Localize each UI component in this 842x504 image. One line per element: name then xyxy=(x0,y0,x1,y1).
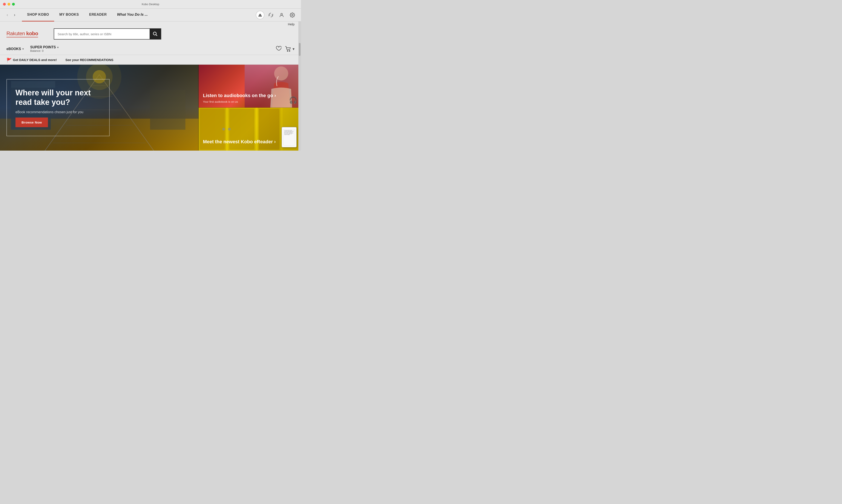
daily-deals-link[interactable]: 🚩 Get DAILY DEALS and more! xyxy=(6,58,57,62)
ereader-banner[interactable]: Lorem ipsum dolor sit amet consectetur a… xyxy=(199,108,301,150)
svg-point-3 xyxy=(292,14,293,16)
svg-point-28 xyxy=(222,128,225,131)
svg-line-5 xyxy=(156,35,157,36)
back-button[interactable]: ‹ xyxy=(4,12,10,18)
ereader-title: Meet the newest Kobo eReader › xyxy=(203,139,276,145)
svg-rect-22 xyxy=(150,90,185,130)
help-link[interactable]: Help xyxy=(288,22,295,26)
rakuten-kobo-logo[interactable]: Rakuten kobo xyxy=(6,31,50,37)
audiobooks-banner[interactable]: Listen to audiobooks on the go › Your fi… xyxy=(199,65,301,108)
cart-icon xyxy=(285,46,292,52)
tab-shop-kobo[interactable]: SHOP KOBO xyxy=(22,8,54,21)
svg-point-6 xyxy=(287,51,288,51)
account-icon xyxy=(279,13,284,18)
scrollbar-thumb[interactable] xyxy=(299,43,300,56)
titlebar: Kobo Desktop xyxy=(0,0,301,8)
headphone-icon: 🎧 xyxy=(289,96,298,104)
logo-underline xyxy=(6,37,38,37)
hero-banner[interactable]: Where will your next read take you? eBoo… xyxy=(0,65,199,150)
eject-icon xyxy=(258,13,262,17)
maximize-window-button[interactable] xyxy=(12,3,15,5)
cart-chevron-icon: ▾ xyxy=(293,47,295,51)
tab-ereader[interactable]: EREADER xyxy=(84,8,112,21)
balance-label: Balance: xyxy=(30,49,41,52)
forward-button[interactable]: › xyxy=(12,12,18,18)
ereader-content: Meet the newest Kobo eReader › xyxy=(203,139,276,146)
svg-point-4 xyxy=(153,32,156,35)
nav-right-icons xyxy=(256,11,297,19)
super-points-chevron-icon: ▾ xyxy=(57,46,59,49)
close-window-button[interactable] xyxy=(3,3,6,5)
tab-reading-title[interactable]: What You Do Is ... xyxy=(112,8,153,21)
ebooks-dropdown[interactable]: eBOOKS ▾ xyxy=(6,47,24,51)
window-controls xyxy=(3,3,15,5)
banner-area: Where will your next read take you? eBoo… xyxy=(0,65,301,150)
svg-marker-0 xyxy=(258,14,262,16)
promo-bar: 🚩 Get DAILY DEALS and more! See your REC… xyxy=(0,55,301,65)
secondary-nav-right: ▾ xyxy=(275,45,295,53)
scrollbar-track xyxy=(298,21,301,150)
hero-content: Where will your next read take you? eBoo… xyxy=(6,79,110,136)
browse-now-button[interactable]: Browse Now xyxy=(16,118,48,127)
wishlist-button[interactable] xyxy=(275,45,281,53)
ereader-device: Lorem ipsum dolor sit amet consectetur a… xyxy=(282,127,297,147)
svg-rect-1 xyxy=(258,16,262,17)
balance-value: 0 xyxy=(42,49,43,52)
minimize-window-button[interactable] xyxy=(7,3,10,5)
svg-point-7 xyxy=(289,51,290,51)
secondary-nav-left: eBOOKS ▾ SUPER POINTS ▾ Balance: 0 xyxy=(6,45,275,52)
account-button[interactable] xyxy=(277,11,286,19)
hero-subtitle: eBook recommendations chosen just for yo… xyxy=(16,110,101,114)
window-title: Kobo Desktop xyxy=(142,3,159,6)
audiobooks-content: Listen to audiobooks on the go › Your fi… xyxy=(203,93,276,103)
nav-tabs: SHOP KOBO MY BOOKS EREADER What You Do I… xyxy=(22,8,256,21)
hero-title: Where will your next read take you? xyxy=(16,88,101,107)
navbar: ‹ › SHOP KOBO MY BOOKS EREADER What You … xyxy=(0,8,301,21)
settings-button[interactable] xyxy=(288,11,297,19)
tab-my-books[interactable]: MY BOOKS xyxy=(54,8,84,21)
logo-kobo: kobo xyxy=(26,31,38,36)
svg-point-2 xyxy=(281,13,282,15)
super-points-dropdown[interactable]: SUPER POINTS ▾ Balance: 0 xyxy=(30,45,59,52)
recommendations-link[interactable]: See your RECOMMENDATIONS xyxy=(65,58,113,62)
secondary-nav: eBOOKS ▾ SUPER POINTS ▾ Balance: 0 xyxy=(0,43,301,55)
gear-icon xyxy=(290,13,295,18)
search-icon xyxy=(153,32,158,36)
help-bar: Help xyxy=(0,21,301,26)
flag-icon: 🚩 xyxy=(6,58,11,62)
svg-point-24 xyxy=(274,66,288,80)
sync-button[interactable] xyxy=(266,11,275,19)
logo-search-row: Rakuten kobo xyxy=(0,26,301,43)
search-input[interactable] xyxy=(54,29,150,39)
sync-icon xyxy=(268,13,274,18)
audiobooks-title: Listen to audiobooks on the go › xyxy=(203,93,276,98)
cart-button[interactable]: ▾ xyxy=(285,46,295,52)
nav-arrows: ‹ › xyxy=(4,12,18,18)
heart-icon xyxy=(275,45,281,51)
search-button[interactable] xyxy=(150,29,161,39)
eject-button[interactable] xyxy=(256,11,264,19)
logo-rakuten: Rakuten xyxy=(6,31,26,36)
side-banners: Listen to audiobooks on the go › Your fi… xyxy=(199,65,301,150)
svg-point-31 xyxy=(228,128,231,131)
audiobooks-subtitle: Your first audiobook is on us xyxy=(203,100,276,103)
ebooks-chevron-icon: ▾ xyxy=(22,47,24,51)
search-bar xyxy=(54,28,161,39)
